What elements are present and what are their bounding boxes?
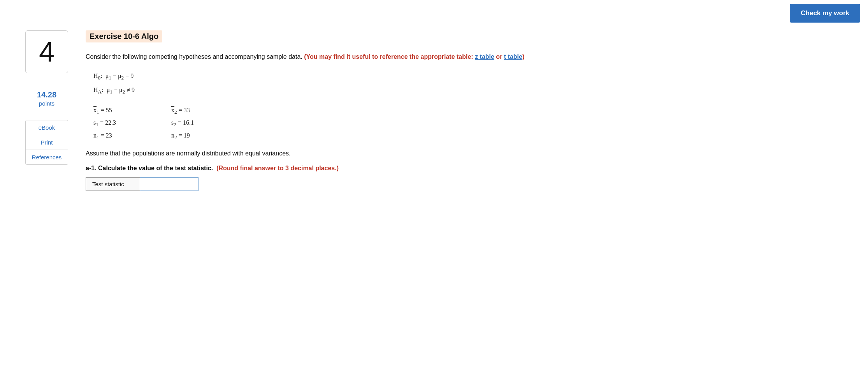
points-label: points	[37, 100, 56, 108]
data-n1: n1 = 23	[93, 131, 171, 141]
question-number: 4	[39, 36, 54, 68]
content-area: Exercise 10-6 Algo Consider the followin…	[78, 30, 852, 191]
mu1-sub-ha: 1	[110, 89, 112, 95]
ha-sub: A	[98, 89, 102, 95]
h0-label: H0: μ1 − μ2 = 9	[93, 70, 134, 83]
answer-row: Test statistic	[86, 177, 852, 191]
data-n2: n2 = 19	[171, 131, 249, 141]
data-x2: x2 = 33	[171, 106, 249, 116]
mu2-sub-h0: 2	[121, 75, 124, 81]
h0-sub: 0	[98, 75, 101, 81]
sidebar-link-print[interactable]: Print	[26, 135, 68, 150]
main-layout: 4 14.28 points eBook Print References Ex…	[0, 26, 868, 206]
exercise-title: Exercise 10-6 Algo	[86, 30, 162, 42]
intro-text: Consider the following competing hypothe…	[86, 53, 302, 60]
mu2-sub-ha: 2	[123, 89, 125, 95]
problem-intro: Consider the following competing hypothe…	[86, 52, 852, 62]
reference-notice: (You may find it useful to reference the…	[304, 53, 524, 60]
sidebar-links: eBook Print References	[25, 120, 68, 165]
test-statistic-input[interactable]	[140, 177, 199, 191]
points-block: 14.28 points	[37, 90, 56, 108]
h0-row: H0: μ1 − μ2 = 9	[93, 70, 852, 83]
data-x1: x1 = 55	[93, 106, 171, 116]
ha-row: HA: μ1 − μ2 ≠ 9	[93, 84, 852, 97]
assume-text: Assume that the populations are normally…	[86, 150, 852, 157]
sidebar-link-references[interactable]: References	[26, 150, 68, 164]
sample-data-table: x1 = 55 x2 = 33 s1 = 22.3 s2 = 16.1 n1 =…	[93, 106, 852, 141]
data-s2: s2 = 16.1	[171, 118, 249, 129]
check-my-work-button[interactable]: Check my work	[790, 4, 860, 23]
z-table-link[interactable]: z table	[475, 53, 494, 60]
points-value: 14.28	[37, 90, 56, 100]
round-instruction: (Round final answer to 3 decimal places.…	[215, 165, 339, 171]
test-statistic-label: Test statistic	[86, 177, 140, 191]
left-sidebar: 4 14.28 points eBook Print References	[16, 30, 78, 191]
sidebar-link-ebook[interactable]: eBook	[26, 120, 68, 135]
data-s1: s1 = 22.3	[93, 118, 171, 129]
t-table-link[interactable]: t table	[504, 53, 522, 60]
top-bar: Check my work	[0, 0, 868, 26]
mu1-sub-h0: 1	[109, 75, 111, 81]
question-a1-label: a-1. Calculate the value of the test sta…	[86, 165, 852, 172]
hypothesis-block: H0: μ1 − μ2 = 9 HA: μ1 − μ2 ≠ 9	[93, 70, 852, 98]
ha-label: HA: μ1 − μ2 ≠ 9	[93, 84, 135, 97]
question-number-box: 4	[25, 30, 68, 73]
